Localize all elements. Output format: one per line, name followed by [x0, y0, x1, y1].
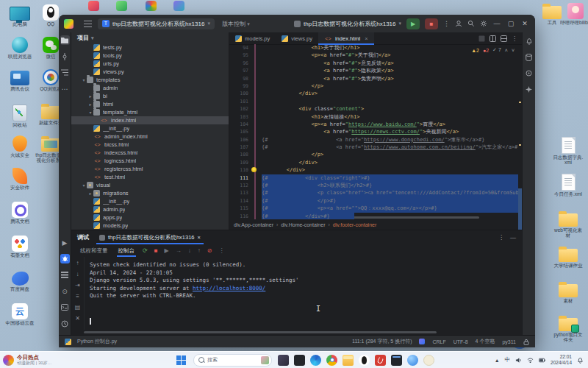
- tree-item-__init__.py[interactable]: __init__.py: [71, 197, 229, 205]
- taskbar-app-pycharm[interactable]: [391, 355, 402, 366]
- network-icon[interactable]: [527, 357, 534, 364]
- prev-problem-icon[interactable]: ˄: [505, 48, 508, 53]
- editor-tab-index.html[interactable]: index.html×: [318, 32, 374, 44]
- desktop-icon-monitor[interactable]: 此电脑: [4, 4, 35, 26]
- code-line[interactable]: 108 </p>: [229, 151, 518, 158]
- indent-style[interactable]: 4 个空格: [476, 338, 495, 345]
- chevron-down-icon[interactable]: ▾: [81, 183, 87, 188]
- step-over-icon[interactable]: →: [176, 247, 182, 254]
- code-line[interactable]: 112{# <h2>联系我们</h2>#}: [229, 182, 518, 189]
- tree-item-__init__.py[interactable]: __init__.py: [71, 124, 229, 132]
- breadcrumb-item[interactable]: div.App-container: [234, 222, 273, 227]
- desktop-icon-xml[interactable]: 今日任务.xml: [553, 174, 584, 197]
- editor-tab-models.py[interactable]: models.py: [229, 32, 276, 44]
- tree-item-migrations[interactable]: ▸migrations: [71, 189, 229, 197]
- debug-more-icon[interactable]: ⋮: [218, 247, 224, 254]
- gradle-tool-icon[interactable]: [524, 68, 534, 78]
- console-link[interactable]: http://localhost:8000/: [193, 285, 265, 291]
- code-line[interactable]: 114{# </p>#}: [229, 197, 518, 205]
- debug-tab-threads[interactable]: 线程和变量: [79, 244, 110, 257]
- stop-button[interactable]: ■: [425, 18, 438, 29]
- tree-item-logincss.html[interactable]: logincss.html: [71, 157, 229, 165]
- close-icon[interactable]: ×: [365, 35, 368, 42]
- tree-item-views.py[interactable]: views.py: [71, 68, 229, 76]
- tree-item-visual[interactable]: ▾visual: [71, 181, 229, 189]
- run-configuration[interactable]: thp日志数据可视化分析系统hx1316 ▾: [294, 20, 401, 28]
- taskbar-app-thunder[interactable]: [407, 355, 418, 366]
- step-into-icon[interactable]: ↓: [188, 247, 191, 254]
- down-stack-icon[interactable]: ↓: [76, 271, 79, 277]
- taskbar-app-app-black[interactable]: [294, 355, 305, 366]
- split-right-icon[interactable]: [490, 35, 496, 42]
- desktop-icon-panel-blue[interactable]: 腾讯会议: [4, 69, 35, 91]
- start-button[interactable]: [176, 355, 186, 365]
- desktop-icon-avatar[interactable]: 哔哩哔哩bilibili: [560, 3, 588, 25]
- taskbar-app-chrome[interactable]: [326, 355, 337, 366]
- chevron-right-icon[interactable]: ▸: [87, 102, 93, 107]
- tray-clock[interactable]: 22:01 2024/4/14: [551, 354, 572, 366]
- database-tool-icon[interactable]: [524, 52, 534, 62]
- code-viewport[interactable]: 94 <h1>关于我们</h1>95 <p><a href="#">关于我们</…: [229, 44, 518, 219]
- breadcrumb-item[interactable]: div.footer-container: [333, 222, 376, 227]
- tree-item-tools.py[interactable]: tools.py: [71, 52, 229, 60]
- print-icon[interactable]: ▤: [75, 304, 81, 311]
- debug-panel-options-icon[interactable]: ⋮: [498, 234, 504, 241]
- run-tool-icon[interactable]: ▶: [60, 238, 70, 247]
- hide-panel-icon[interactable]: —: [510, 234, 516, 241]
- soft-wrap-icon[interactable]: ⇥: [75, 282, 80, 289]
- code-line[interactable]: 115{# <p><a href="">QQ：xxxx@qq.com</a></…: [229, 205, 518, 212]
- notifications-bell-icon[interactable]: [524, 36, 534, 46]
- up-stack-icon[interactable]: ↑: [76, 260, 79, 266]
- desktop-icon-folder-py[interactable]: python项目文件夹: [553, 315, 584, 343]
- tray-expand-icon[interactable]: ▲: [495, 358, 500, 363]
- tree-item-tests.py[interactable]: tests.py: [71, 43, 229, 52]
- code-line[interactable]: 97 <a href="#">隐私政策</a>: [229, 67, 518, 74]
- services-tool-icon[interactable]: [60, 270, 70, 280]
- user-icon[interactable]: [455, 20, 462, 27]
- desktop-icon-shield[interactable]: 火绒安全: [4, 135, 35, 158]
- desktop-icon-folder[interactable]: web可视化素材: [553, 210, 584, 238]
- close-icon[interactable]: ×: [198, 234, 201, 241]
- news-widget[interactable]: 今日热点 动漫新闻 | 30岁…: [0, 355, 113, 366]
- desktop-icon-dot-multi[interactable]: [135, 1, 166, 11]
- problems-tool-icon[interactable]: ⊙: [60, 286, 70, 296]
- structure-tool-icon[interactable]: [60, 68, 70, 77]
- desktop-icon-dot-multi2[interactable]: [163, 1, 194, 11]
- input-method-indicator[interactable]: 中: [505, 356, 511, 364]
- tree-item-template_html[interactable]: ▾template_html: [71, 108, 229, 116]
- close-button[interactable]: ✕: [520, 20, 529, 27]
- desktop-icon-knot[interactable]: 石墨文档: [4, 236, 35, 258]
- next-problem-icon[interactable]: ˅: [512, 48, 514, 53]
- line-separator[interactable]: CRLF: [432, 339, 445, 344]
- code-line[interactable]: 99 </p>: [229, 82, 518, 90]
- code-line[interactable]: 98 <a href="#">免责声明</a>: [229, 75, 518, 82]
- tree-item-bicss.html[interactable]: bicss.html: [71, 141, 229, 149]
- step-out-icon[interactable]: ↑: [198, 247, 201, 254]
- ai-assistant-icon[interactable]: [524, 85, 534, 94]
- more-actions-icon[interactable]: ⋮: [443, 21, 450, 27]
- settings-gear-icon[interactable]: [480, 20, 487, 27]
- python-interpreter[interactable]: py311: [502, 339, 516, 344]
- file-encoding[interactable]: UTF-8: [453, 339, 468, 344]
- maximize-button[interactable]: ▢: [506, 20, 515, 27]
- search-icon[interactable]: [467, 20, 475, 27]
- intention-bulb-icon[interactable]: [251, 167, 257, 172]
- code-line[interactable]: 111{# <div class="right">#}: [229, 174, 518, 182]
- battery-icon[interactable]: [539, 357, 545, 364]
- desktop-icon-xml[interactable]: 日志数据字典.xml: [553, 137, 584, 166]
- desktop-icon-leaf[interactable]: 安全软件: [4, 168, 35, 190]
- main-menu-icon[interactable]: [84, 21, 92, 27]
- desktop-icon-dot-green[interactable]: [106, 1, 137, 11]
- debug-console-output[interactable]: System check identified no issues (0 sil…: [84, 257, 522, 330]
- code-line[interactable]: 102 <div class="content">: [229, 105, 518, 113]
- code-line[interactable]: 105 <a href="https://news.cctv.com/">央视新…: [229, 128, 518, 135]
- chevron-down-icon[interactable]: ▾: [87, 110, 93, 115]
- project-panel-header[interactable]: 项目 ▾: [71, 32, 229, 43]
- code-line[interactable]: 96 <a href="#">意见反馈</a>: [229, 60, 518, 67]
- tree-item-models.py[interactable]: models.py: [71, 222, 229, 230]
- resume-icon[interactable]: ▶: [165, 247, 169, 254]
- split-down-icon[interactable]: [501, 35, 507, 42]
- tree-item-admin_index.html[interactable]: admin_index.html: [71, 132, 229, 141]
- terminal-tool-icon[interactable]: [60, 302, 70, 312]
- chevron-right-icon[interactable]: ▸: [87, 93, 93, 99]
